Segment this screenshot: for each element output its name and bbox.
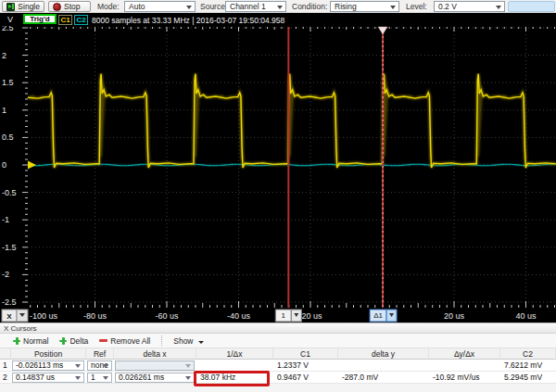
chevron-down-icon	[75, 364, 81, 368]
chevron-down-icon	[185, 364, 191, 368]
cursor1-c2-value: 7.6212 mV	[500, 360, 556, 370]
chevron-down-icon	[103, 364, 108, 368]
cursor2-delta-x-select[interactable]: 0.026261 ms	[115, 373, 195, 383]
minus-icon	[99, 339, 107, 342]
cursor-Δ1-handle[interactable]: Δ1	[370, 310, 397, 322]
svg-text:1.5: 1.5	[2, 78, 14, 87]
cursor1-ref-select[interactable]: none	[87, 360, 112, 371]
svg-text:-1.5: -1.5	[2, 243, 17, 252]
svg-text:-0.5: -0.5	[2, 188, 17, 197]
stop-icon	[53, 3, 61, 11]
condition-select[interactable]: Rising	[330, 1, 399, 12]
toolbar-separator	[161, 335, 162, 346]
svg-text:40 us: 40 us	[515, 311, 537, 321]
chevron-down-icon	[75, 376, 81, 380]
show-button-label: Show	[173, 336, 193, 346]
chevron-down-icon	[103, 376, 108, 380]
mode-label: Mode:	[97, 2, 120, 11]
cursor1-c1-value: 1.2337 V	[273, 360, 338, 370]
cursor-row-2: 2 0.14837 us 1 0.026261 ms 38.07 kHz 0.9…	[0, 372, 556, 384]
level-value: 0.2 V	[438, 2, 457, 11]
cursor2-c2-value: 5.2945 mV	[500, 373, 556, 382]
add-delta-cursor-button[interactable]: Delta	[54, 335, 94, 347]
source-select[interactable]: Channel 1	[225, 1, 286, 12]
svg-text:X: X	[6, 312, 12, 321]
plus-icon	[13, 337, 20, 345]
stop-button-label: Stop	[64, 2, 81, 11]
col-delta-y: delta y	[338, 348, 429, 360]
source-label: Source:	[200, 2, 227, 11]
cursor2-dy-dx-value: -10.92 mV/us	[429, 373, 500, 382]
col-c2: C2	[500, 348, 556, 360]
svg-text:-40 us: -40 us	[227, 311, 251, 321]
highlighted-input-area[interactable]	[508, 1, 555, 12]
chevron-down-icon	[277, 6, 283, 9]
cursor-1-handle[interactable]: 1	[275, 310, 301, 322]
x-axis-menu-button[interactable]: X	[2, 310, 28, 322]
scope-display: 2.521.510.50-0.5-1-1.5-2-2.5-100 us-80 u…	[0, 26, 556, 322]
level-label: Level:	[406, 2, 427, 11]
cursor2-c1-value: 0.9467 V	[273, 373, 338, 382]
condition-label: Condition:	[292, 2, 327, 11]
cursor1-position-select[interactable]: -0.026113 ms	[12, 360, 84, 371]
cursor-table-header: Position Ref delta x 1/Δx C1 delta y Δy/…	[0, 348, 556, 360]
row-number: 2	[0, 373, 11, 382]
normal-button-label: Normal	[23, 336, 48, 346]
row-number: 1	[0, 360, 11, 370]
y-axis-unit-label: V	[7, 15, 13, 24]
col-c1: C1	[273, 348, 338, 360]
chevron-down-icon	[185, 376, 191, 380]
cursor2-inv-dx-value: 38.07 kHz	[196, 373, 273, 382]
single-button-label: Single	[18, 2, 40, 11]
acquisition-info-text: 8000 samples at 33.33 MHz | 2016-03-07 1…	[92, 16, 284, 25]
cursor2-delta-y-value: -287.0 mV	[338, 373, 429, 382]
channel-1-badge[interactable]: C1	[58, 15, 72, 25]
svg-text:Δ1: Δ1	[373, 311, 383, 320]
show-menu-button[interactable]: Show	[168, 335, 208, 347]
cursor2-ref-select[interactable]: 1	[87, 373, 112, 383]
col-delta-x: delta x	[114, 348, 196, 360]
svg-text:-80 us: -80 us	[83, 311, 107, 321]
svg-text:-2: -2	[2, 270, 9, 279]
cursor-row-1: 1 -0.026113 ms none 1.2337 V 7.6212 mV	[0, 360, 556, 372]
plus-icon	[59, 337, 67, 345]
plot-background	[0, 26, 556, 322]
col-dy-dx: Δy/Δx	[429, 348, 500, 360]
svg-text:1: 1	[2, 106, 6, 115]
col-inv-dx: 1/Δx	[196, 348, 273, 360]
svg-text:0: 0	[2, 160, 6, 170]
add-normal-cursor-button[interactable]: Normal	[7, 335, 54, 347]
acquisition-toolbar: Single Stop Mode: Auto Source: Channel 1…	[0, 0, 556, 13]
single-button[interactable]: Single	[2, 1, 44, 12]
remove-all-button-label: Remove All	[110, 336, 150, 346]
source-value: Channel 1	[230, 2, 266, 11]
channel-2-badge[interactable]: C2	[74, 15, 88, 25]
svg-text:-100 us: -100 us	[30, 311, 58, 321]
svg-text:-1: -1	[2, 215, 9, 224]
cursor2-position-select[interactable]: 0.14837 us	[12, 373, 84, 383]
col-position: Position	[11, 348, 86, 360]
level-select[interactable]: 0.2 V	[434, 1, 505, 12]
svg-text:2.5: 2.5	[2, 26, 14, 32]
mode-select[interactable]: Auto	[124, 1, 196, 12]
cursor1-delta-x-select	[115, 360, 195, 371]
cursor-panel-toolbar: Normal Delta Remove All Show	[0, 334, 556, 348]
svg-text:-20 us: -20 us	[298, 311, 322, 321]
stop-button[interactable]: Stop	[48, 1, 91, 12]
chevron-down-icon	[198, 341, 204, 344]
single-shot-icon	[6, 3, 15, 11]
scope-plot: 2.521.510.50-0.5-1-1.5-2-2.5-100 us-80 u…	[0, 26, 556, 322]
svg-text:-60 us: -60 us	[155, 311, 179, 321]
svg-text:2: 2	[2, 51, 6, 60]
remove-all-cursors-button[interactable]: Remove All	[94, 335, 156, 347]
chevron-down-icon	[186, 6, 192, 9]
panel-title: X Cursors	[0, 323, 556, 334]
x-cursors-panel: X Cursors Normal Delta Remove All Show P…	[0, 322, 556, 392]
svg-text:20 us: 20 us	[444, 311, 465, 321]
svg-text:-2.5: -2.5	[2, 297, 17, 307]
scope-status-bar: V Trig'd C1 C2 8000 samples at 33.33 MHz…	[0, 13, 556, 26]
cursor-table: Position Ref delta x 1/Δx C1 delta y Δy/…	[0, 348, 556, 384]
chevron-down-icon	[390, 6, 396, 9]
col-ref: Ref	[86, 348, 114, 360]
condition-value: Rising	[335, 2, 357, 11]
